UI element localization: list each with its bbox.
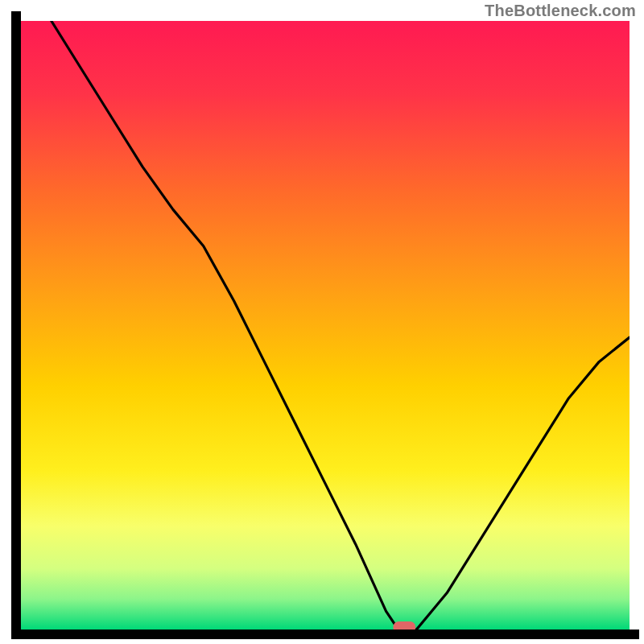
svg-rect-2 (11, 11, 21, 639)
svg-rect-1 (21, 21, 630, 630)
svg-rect-3 (11, 630, 639, 639)
watermark: TheBottleneck.com (485, 2, 636, 20)
chart-stage: TheBottleneck.com (0, 0, 644, 644)
plot-area (21, 21, 630, 630)
chart-svg (0, 0, 644, 644)
